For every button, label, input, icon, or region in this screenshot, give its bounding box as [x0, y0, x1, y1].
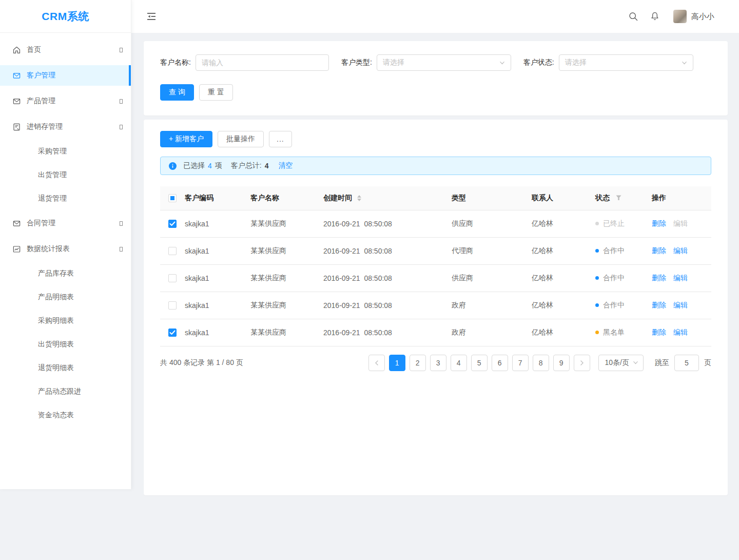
- cell-type: 供应商: [452, 264, 532, 292]
- pagination-summary: 共 400 条记录 第 1 / 80 页: [160, 358, 243, 368]
- page-button[interactable]: 2: [410, 355, 426, 371]
- sidebar-item-return-detail-report[interactable]: 退货明细表: [0, 358, 131, 378]
- edit-link[interactable]: 编辑: [673, 301, 688, 309]
- delete-link[interactable]: 删除: [652, 274, 666, 282]
- info-circle-icon: [169, 162, 177, 170]
- page-button[interactable]: 3: [430, 355, 446, 371]
- row-checkbox[interactable]: [168, 220, 177, 228]
- page-button[interactable]: 5: [471, 355, 488, 371]
- customer-name-input[interactable]: [196, 54, 329, 71]
- mail-icon: [12, 219, 21, 228]
- clear-selection-link[interactable]: 清空: [278, 161, 293, 170]
- cell-action: 删除编辑: [652, 292, 711, 319]
- table-card: + 新增客户 批量操作 ... 已选择 4 项 客户总计: 4 清空 客户编码 …: [144, 120, 728, 495]
- search-icon[interactable]: [628, 11, 638, 22]
- cell-code: skajka1: [185, 264, 250, 292]
- sidebar-item-inventory-management[interactable]: 进销存管理: [0, 117, 131, 137]
- add-customer-button[interactable]: + 新增客户: [160, 131, 212, 147]
- sidebar-item-statistics-reports[interactable]: 数据统计报表: [0, 239, 131, 259]
- customer-status-label: 客户状态:: [523, 58, 554, 67]
- page-button[interactable]: 1: [389, 355, 405, 371]
- next-page-button[interactable]: [574, 355, 590, 371]
- column-header-name: 客户名称: [250, 186, 323, 210]
- bell-icon[interactable]: [650, 11, 660, 22]
- sidebar-item-label: 客户管理: [27, 71, 55, 80]
- delete-link[interactable]: 删除: [652, 219, 666, 227]
- edit-link[interactable]: 编辑: [673, 219, 688, 227]
- customer-status-select[interactable]: 请选择: [559, 54, 693, 71]
- edit-link[interactable]: 编辑: [673, 246, 688, 255]
- chevron-left-icon: [374, 360, 379, 365]
- prev-page-button[interactable]: [368, 355, 385, 371]
- row-checkbox[interactable]: [168, 329, 177, 337]
- row-checkbox[interactable]: [168, 301, 177, 310]
- sidebar-item-purchase-management[interactable]: 采购管理: [0, 141, 131, 162]
- sidebar-item-home[interactable]: 首页: [0, 40, 131, 60]
- cell-type: 代理商: [452, 237, 532, 264]
- chevron-down-icon: [682, 60, 687, 66]
- sidebar-item-return-management[interactable]: 退货管理: [0, 188, 131, 209]
- customer-table: 客户编码 客户名称 创建时间 类型 联系人 状态 操作 skajka1 某某供应…: [160, 186, 711, 346]
- select-all-checkbox[interactable]: [168, 194, 177, 202]
- row-checkbox[interactable]: [168, 274, 177, 282]
- sidebar-menu: 首页 客户管理 产品管理 进销存管理 采购管理 出货管理 退货管理 合同管理: [0, 33, 131, 427]
- jump-page-input[interactable]: [674, 355, 699, 371]
- page-button[interactable]: 7: [512, 355, 529, 371]
- menu-fold-icon[interactable]: [146, 11, 157, 22]
- sidebar-item-shipment-management[interactable]: 出货管理: [0, 165, 131, 185]
- sorter-icon[interactable]: [357, 195, 361, 201]
- sidebar-item-product-detail-report[interactable]: 产品明细表: [0, 287, 131, 307]
- edit-link[interactable]: 编辑: [673, 274, 688, 282]
- user-name[interactable]: 高小小: [691, 12, 714, 22]
- sidebar-item-product-management[interactable]: 产品管理: [0, 91, 131, 111]
- column-header-status[interactable]: 状态: [595, 186, 652, 210]
- batch-operation-button[interactable]: 批量操作: [218, 131, 264, 147]
- cell-created: 2016-09-21 08:50:08: [323, 210, 452, 237]
- cell-name: 某某供应商: [250, 237, 323, 264]
- customer-name-group: 客户名称:: [160, 54, 329, 71]
- row-checkbox[interactable]: [168, 247, 177, 255]
- table-row: skajka1 某某供应商 2016-09-21 08:50:08 政府 亿哈林…: [160, 292, 711, 319]
- sidebar-item-product-activity-report[interactable]: 产品动态跟进: [0, 381, 131, 402]
- table-row: skajka1 某某供应商 2016-09-21 08:50:08 供应商 亿哈…: [160, 264, 711, 292]
- filter-funnel-icon[interactable]: [616, 195, 621, 201]
- delete-link[interactable]: 删除: [652, 328, 666, 336]
- app-logo: CRM系统: [0, 0, 131, 33]
- more-actions-button[interactable]: ...: [269, 131, 292, 147]
- page-button[interactable]: 4: [451, 355, 467, 371]
- sidebar-item-shipment-detail-report[interactable]: 出货明细表: [0, 334, 131, 355]
- cell-name: 某某供应商: [250, 292, 323, 319]
- status-dot: [595, 276, 599, 280]
- submenu-arrow-icon: [120, 48, 123, 52]
- delete-link[interactable]: 删除: [652, 301, 666, 309]
- sidebar-item-label: 首页: [27, 45, 41, 54]
- avatar[interactable]: [673, 10, 687, 23]
- sidebar-item-purchase-detail-report[interactable]: 采购明细表: [0, 311, 131, 331]
- edit-link[interactable]: 编辑: [673, 328, 688, 336]
- page-button[interactable]: 9: [553, 355, 570, 371]
- status-dot: [595, 331, 599, 334]
- cell-code: skajka1: [185, 237, 250, 264]
- cell-type: 政府: [452, 292, 532, 319]
- top-header: 高小小: [131, 0, 739, 33]
- cell-status: 已终止: [595, 210, 652, 237]
- search-button[interactable]: 查 询: [160, 84, 194, 101]
- selection-alert: 已选择 4 项 客户总计: 4 清空: [160, 157, 711, 175]
- delete-link[interactable]: 删除: [652, 246, 666, 255]
- page-button[interactable]: 8: [533, 355, 549, 371]
- sidebar-item-contract-management[interactable]: 合同管理: [0, 213, 131, 234]
- header-actions: 高小小: [628, 10, 714, 23]
- column-header-created[interactable]: 创建时间: [323, 186, 452, 210]
- sidebar-item-fund-activity-report[interactable]: 资金动态表: [0, 405, 131, 426]
- sidebar-item-label: 产品管理: [27, 96, 55, 106]
- cell-name: 某某供应商: [250, 210, 323, 237]
- jump-prefix: 跳至: [655, 358, 669, 368]
- reset-button[interactable]: 重 置: [199, 84, 233, 101]
- page-button[interactable]: 6: [492, 355, 508, 371]
- column-header-action: 操作: [652, 186, 711, 210]
- customer-type-select[interactable]: 请选择: [377, 54, 511, 71]
- cell-status: 黑名单: [595, 319, 652, 346]
- sidebar-item-product-stock-report[interactable]: 产品库存表: [0, 263, 131, 284]
- page-size-select[interactable]: 10条/页: [598, 355, 644, 371]
- sidebar-item-customer-management[interactable]: 客户管理: [0, 65, 131, 86]
